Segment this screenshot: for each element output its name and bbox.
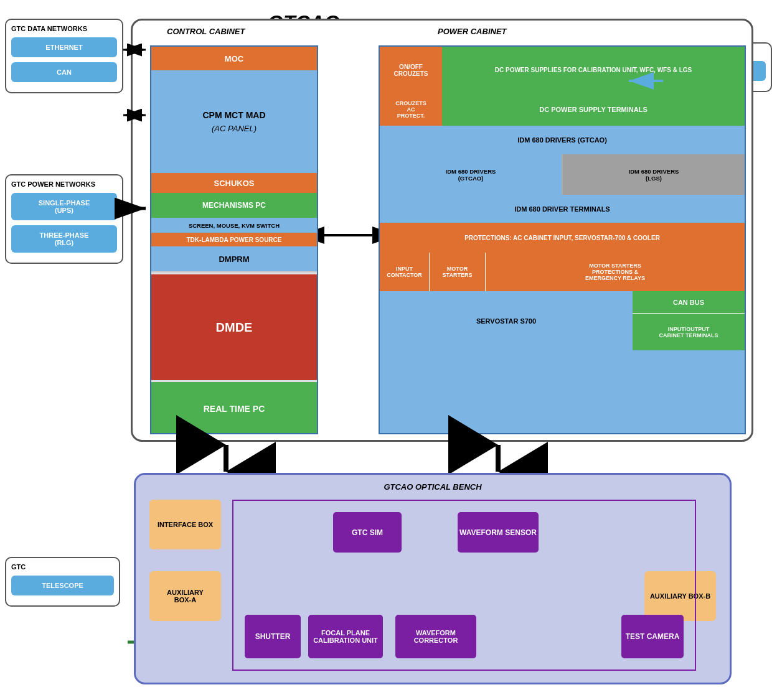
telescope-box: TELESCOPE (11, 576, 114, 595)
interface-box: INTERFACE BOX (149, 500, 221, 549)
control-cabinet-label: CONTROL CABINET (167, 27, 245, 36)
waveform-corrector-block: WAVEFORM CORRECTOR (395, 615, 476, 658)
power-row3: IDM 680 DRIVERS(GTCAO) IDM 680 DRIVERS(L… (380, 154, 745, 195)
ethernet-box: ETHERNET (11, 37, 117, 57)
cabinet-arrow (318, 226, 379, 245)
gtc-section: GTC TELESCOPE (5, 557, 120, 607)
idm680-gtcao-block: IDM 680 DRIVERS(GTCAO) (380, 154, 563, 195)
optical-bench: GTCAO OPTICAL BENCH INTERFACE BOX AUXILI… (134, 473, 732, 684)
power-row2: CROUZETSACPROTECT. DC POWER SUPPLY TERMI… (380, 93, 745, 126)
auxiliary-box-a: AUXILIARYBOX-A (149, 571, 221, 621)
gtc-label: GTC (11, 563, 114, 571)
tdk-block: TDK-LAMBDA POWER SOURCE (151, 233, 317, 246)
ac-panel-block: CPM MCT MAD (AC PANEL) (151, 70, 317, 173)
dmprm-block: DMPRM (151, 246, 317, 273)
screen-block: SCREEN, MOUSE, KVM SWITCH (151, 218, 317, 233)
power-cabinet-label: POWER CABINET (438, 27, 507, 36)
optical-bench-label: GTCAO OPTICAL BENCH (384, 482, 481, 492)
dmde-block: DMDE (151, 274, 317, 380)
moc-block: MOC (151, 47, 317, 70)
protections-block: PROTECTIONS: AC CABINET INPUT, SERVOSTAR… (380, 223, 745, 253)
single-phase-box: SINGLE-PHASE(UPS) (11, 193, 117, 220)
power-row5: SERVOSTAR S700 CAN BUS INPUT/OUTPUTCABIN… (380, 291, 745, 350)
power-row1: ON/OFFCROUZETS DC POWER SUPPLIES FOR CAL… (380, 47, 745, 93)
focal-plane-block: FOCAL PLANE CALIBRATION UNIT (308, 615, 383, 658)
motor-starters-block: MOTORSTARTERS (430, 253, 486, 291)
dc-power-supplies-block: DC POWER SUPPLIES FOR CALIBRATION UNIT, … (442, 47, 745, 93)
gtc-power-networks: GTC POWER NETWORKS SINGLE-PHASE(UPS) THR… (5, 174, 123, 264)
can-bus-block: CAN BUS (633, 291, 745, 314)
schukos-block: SCHUKOS (151, 173, 317, 193)
ac-panel-items: CPM MCT MAD (202, 110, 265, 120)
test-camera-block: TEST CAMERA (621, 615, 684, 658)
ac-panel-sub: (AC PANEL) (212, 124, 257, 133)
gtc-power-networks-label: GTC POWER NETWORKS (11, 180, 117, 188)
gtc-data-networks-label: GTC DATA NETWORKS (11, 25, 117, 32)
gtc-data-networks: GTC DATA NETWORKS ETHERNET CAN (5, 19, 123, 93)
dc-terminals-block: DC POWER SUPPLY TERMINALS (442, 93, 745, 126)
shutter-block: SHUTTER (245, 615, 301, 658)
real-time-pc-block: REAL TIME PC (151, 382, 317, 434)
servostar-block: SERVOSTAR S700 (380, 291, 633, 350)
on-off-crouzets-block: ON/OFFCROUZETS (380, 47, 442, 93)
mechanisms-pc-block: MECHANISMS PC (151, 193, 317, 218)
can-io-col: CAN BUS INPUT/OUTPUTCABINET TERMINALS (633, 291, 745, 350)
input-contactor-block: INPUTCONTACTOR (380, 253, 430, 291)
motor-starters-prot-block: MOTOR STARTERSPROTECTIONS &EMERGENCY REL… (486, 253, 745, 291)
main-cabinet-container: CONTROL CABINET POWER CABINET MOC CPM MC… (131, 19, 753, 442)
gtc-sim-block: GTC SIM (333, 512, 402, 553)
power-row4: INPUTCONTACTOR MOTORSTARTERS MOTOR START… (380, 253, 745, 291)
power-cabinet: ON/OFFCROUZETS DC POWER SUPPLIES FOR CAL… (379, 45, 746, 434)
io-terminals-block: INPUT/OUTPUTCABINET TERMINALS (633, 314, 745, 350)
can-box: CAN (11, 62, 117, 82)
inner-optical-box: GTC SIM WAVEFORM SENSOR SHUTTER FOCAL PL… (232, 500, 696, 671)
crouzets-ac-block: CROUZETSACPROTECT. (380, 93, 442, 126)
control-cabinet: MOC CPM MCT MAD (AC PANEL) SCHUKOS MECHA… (150, 45, 318, 434)
idm680-row1-block: IDM 680 DRIVERS (GTCAO) (380, 126, 745, 154)
idm-terminals-block: IDM 680 DRIVER TERMINALS (380, 195, 745, 223)
waveform-sensor-block: WAVEFORM SENSOR (458, 512, 539, 553)
three-phase-box: THREE-PHASE(RLG) (11, 225, 117, 253)
idm680-lgs-block: IDM 680 DRIVERS(LGS) (563, 154, 745, 195)
